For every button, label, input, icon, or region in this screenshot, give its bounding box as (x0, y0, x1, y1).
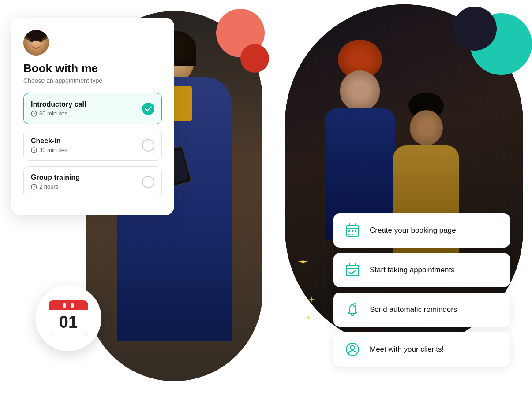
appt-duration-introductory: 60 minutes (31, 110, 86, 117)
feature-text-create-booking: Create your booking page (370, 226, 456, 235)
card-subtitle: Choose an appointment type (23, 77, 162, 84)
calendar-header (49, 300, 88, 310)
appt-item-group-training[interactable]: Group training 2 hours (23, 166, 162, 197)
feature-text-start-appointments: Start taking appointments (370, 266, 455, 274)
appt-item-introductory-call[interactable]: Introductory call 60 minutes (23, 93, 162, 124)
calendar-body: 01 (49, 310, 88, 336)
radio-selected-introductory (142, 103, 154, 115)
avatar (23, 30, 49, 56)
calendar-icon-wrapper: 01 (49, 300, 88, 336)
feature-card-start-appointments: Start taking appointments (333, 253, 510, 287)
appt-item-left-group: Group training 2 hours (31, 174, 80, 190)
feature-card-send-reminders: Send automatic reminders (333, 293, 510, 327)
clock-icon-introductory (31, 111, 37, 117)
appt-name-checkin: Check-in (31, 137, 67, 145)
appt-item-left: Introductory call 60 minutes (31, 100, 86, 117)
calendar-check-icon (343, 261, 362, 279)
svg-rect-17 (352, 234, 353, 235)
check-icon (145, 106, 152, 111)
svg-point-22 (352, 314, 354, 316)
card-title: Book with me (23, 62, 162, 75)
feature-card-create-booking: Create your booking page (333, 213, 510, 248)
appt-duration-checkin: 30 minutes (31, 147, 67, 153)
svg-rect-14 (352, 230, 353, 232)
sparkle-large (297, 256, 309, 270)
svg-rect-15 (355, 230, 356, 232)
sparkle-tiny (305, 315, 311, 323)
feature-text-send-reminders: Send automatic reminders (370, 305, 457, 314)
scene: Book with me Choose an appointment type … (0, 0, 532, 393)
coral-circle-small (240, 44, 269, 73)
svg-rect-16 (348, 234, 350, 235)
appt-name-group: Group training (31, 174, 80, 182)
feature-text-meet-clients: Meet with your clients! (370, 345, 444, 354)
radio-unselected-checkin (142, 139, 154, 152)
calendar-hook-left (63, 303, 66, 308)
dark-circle (453, 7, 497, 51)
radio-unselected-group (142, 176, 154, 188)
appt-item-left-checkin: Check-in 30 minutes (31, 137, 67, 153)
calendar-widget: 01 (35, 285, 101, 351)
svg-rect-13 (348, 230, 350, 232)
feature-cards-container: Create your booking page Start taking ap… (333, 213, 510, 367)
sparkle-small (308, 295, 316, 305)
booking-card: Book with me Choose an appointment type … (11, 18, 174, 215)
svg-point-27 (350, 345, 355, 350)
clock-icon-checkin (31, 147, 37, 153)
calendar-grid-icon (343, 221, 362, 240)
appt-duration-group: 2 hours (31, 183, 80, 190)
appt-item-check-in[interactable]: Check-in 30 minutes (23, 130, 162, 161)
calendar-hook-right (71, 303, 74, 308)
person-icon (343, 340, 362, 359)
feature-card-meet-clients: Meet with your clients! (333, 332, 510, 367)
clock-icon-group (31, 184, 37, 190)
svg-rect-18 (346, 265, 359, 276)
bell-icon (343, 300, 362, 319)
appt-name-introductory: Introductory call (31, 100, 86, 108)
calendar-date: 01 (53, 314, 83, 330)
